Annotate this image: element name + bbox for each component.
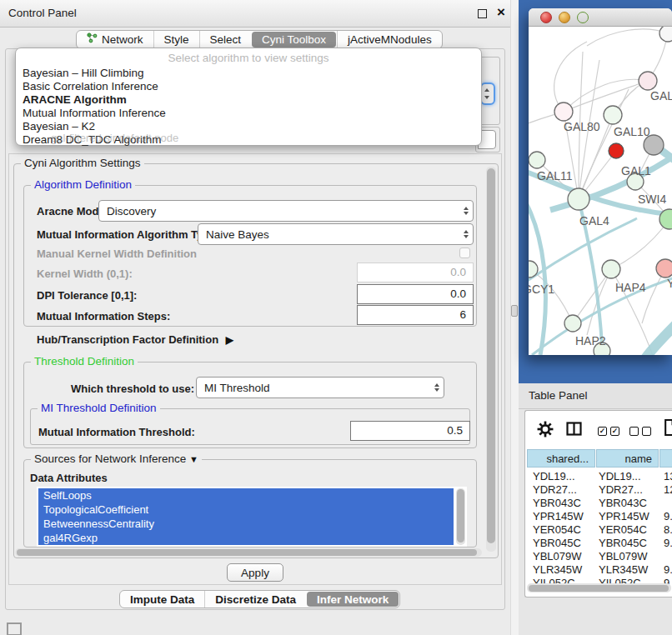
hub-tf-definition-toggle[interactable]: Hub/Transcription Factor Definition ▶ bbox=[37, 333, 229, 346]
select-all-checks-icon[interactable]: ✓ ✓ bbox=[598, 427, 619, 436]
expanded-arrow-icon: ▼ bbox=[189, 454, 198, 464]
close-icon[interactable]: × bbox=[497, 4, 505, 21]
table-row[interactable]: YBR043CYBR043C bbox=[525, 497, 672, 510]
tab-discretize-data[interactable]: Discretize Data bbox=[204, 591, 306, 608]
popup-item-selected[interactable]: ARACNE Algorithm bbox=[23, 93, 127, 106]
table-cell: YER054C bbox=[533, 523, 581, 536]
tab-network[interactable]: Network bbox=[77, 31, 153, 48]
network-node[interactable] bbox=[659, 27, 672, 42]
network-icon bbox=[87, 31, 98, 48]
table-row[interactable]: YBL079WYBL079W bbox=[525, 550, 672, 563]
table-row[interactable]: YLR345WYLR345W9. bbox=[525, 563, 672, 577]
new-table-icon[interactable] bbox=[664, 419, 672, 436]
kernel-width-field[interactable]: 0.0 bbox=[357, 262, 474, 282]
network-node-gal4[interactable] bbox=[568, 188, 589, 210]
manual-kernel-checkbox[interactable] bbox=[459, 248, 470, 258]
aracne-mode-combo[interactable]: Discovery bbox=[98, 200, 474, 222]
node-label: SWI4 bbox=[638, 192, 666, 206]
dpi-tolerance-field[interactable]: 0.0 bbox=[357, 284, 474, 304]
popup-item[interactable]: Basic Correlation Inference bbox=[23, 80, 158, 92]
table-row[interactable]: YBR045CYBR045C9. bbox=[525, 537, 672, 550]
mini-window-icon[interactable] bbox=[7, 622, 22, 635]
table-row[interactable]: YDL19...YDL19...13 bbox=[525, 470, 672, 483]
settings-vscrollbar[interactable] bbox=[486, 167, 496, 552]
node-label: GAL4 bbox=[579, 214, 609, 228]
node-label: HAP2 bbox=[575, 334, 606, 348]
table-header-shared[interactable]: shared... bbox=[527, 449, 595, 468]
apply-button[interactable]: Apply bbox=[227, 563, 283, 582]
node-label: GAL1 bbox=[621, 164, 651, 178]
network-node-gal10[interactable] bbox=[604, 106, 622, 124]
table-hscrollbar[interactable] bbox=[527, 583, 671, 592]
list-item[interactable]: gal4RGexp bbox=[38, 531, 454, 545]
network-canvas[interactable]: GAL GAL80 GAL10 GAL1 GAL11 SWI4 GAL4 GCY… bbox=[529, 27, 672, 355]
mi-threshold-definition-title: MI Threshold Definition bbox=[38, 402, 160, 414]
mi-type-combo[interactable]: Naive Bayes bbox=[198, 223, 474, 245]
show-columns-icon[interactable] bbox=[566, 422, 582, 436]
table-cell: 9. bbox=[664, 537, 672, 549]
table-card: ✓ ✓ shared... name YDL19...YDL19...13YDR… bbox=[524, 410, 672, 598]
tab-jactivemnodules-label: jActiveMNodules bbox=[348, 31, 432, 48]
splitter-handle-icon[interactable] bbox=[511, 305, 518, 317]
table-row[interactable]: YDR27...YDR27...12 bbox=[525, 483, 672, 497]
tab-infer-network[interactable]: Infer Network bbox=[307, 592, 399, 607]
deselect-all-checks-icon[interactable] bbox=[629, 427, 651, 436]
list-item[interactable]: TopologicalCoefficient bbox=[38, 502, 454, 517]
close-traffic-light-icon[interactable] bbox=[540, 12, 552, 23]
tab-cyni-toolbox[interactable]: Cyni Toolbox bbox=[252, 32, 336, 48]
tab-jactivemnodules[interactable]: jActiveMNodules bbox=[337, 31, 442, 48]
combo-spinner-icon bbox=[464, 207, 469, 215]
network-node[interactable] bbox=[639, 72, 657, 90]
table-cell: YDL19... bbox=[533, 470, 575, 482]
node-label: GAL10 bbox=[614, 125, 650, 138]
sources-title[interactable]: Sources for Network Inference ▼ bbox=[31, 452, 202, 465]
hub-tf-definition-label: Hub/Transcription Factor Definition bbox=[37, 333, 218, 346]
control-panel-tabs: Network Style Select Cyni Toolbox jActiv… bbox=[76, 30, 443, 49]
popup-item[interactable]: Bayesian – Hill Climbing bbox=[23, 67, 144, 79]
list-item[interactable]: SelfLoops bbox=[38, 488, 454, 502]
table-cell: 9. bbox=[664, 510, 672, 522]
node-label: HAP4 bbox=[615, 281, 646, 294]
algorithm-combo-spinner-fragment[interactable] bbox=[480, 82, 495, 105]
panel-splitter[interactable] bbox=[510, 0, 519, 635]
maximize-traffic-light-icon[interactable] bbox=[577, 12, 589, 23]
mi-threshold-field[interactable]: 0.5 bbox=[350, 421, 470, 441]
manual-kernel-label: Manual Kernel Width Definition bbox=[37, 248, 197, 260]
float-window-icon[interactable] bbox=[478, 9, 487, 18]
mi-threshold-label: Mutual Information Threshold: bbox=[38, 426, 195, 438]
network-node-gal80[interactable] bbox=[554, 102, 573, 121]
table-cell: YER054C bbox=[599, 523, 647, 536]
algorithm-definition-title: Algorithm Definition bbox=[31, 178, 135, 191]
tab-impute-data[interactable]: Impute Data bbox=[120, 591, 204, 608]
aracne-mode-value: Discovery bbox=[107, 205, 156, 218]
network-window-titlebar[interactable] bbox=[529, 8, 672, 27]
mi-steps-field[interactable]: 6 bbox=[357, 305, 474, 325]
table-row[interactable]: YPR145WYPR145W9. bbox=[525, 510, 672, 523]
network-node-gal11[interactable] bbox=[529, 152, 545, 168]
popup-item[interactable]: Mutual Information Inference bbox=[23, 107, 166, 119]
which-threshold-combo[interactable]: MI Threshold bbox=[196, 377, 444, 398]
network-node[interactable] bbox=[656, 259, 672, 278]
list-scrollbar[interactable] bbox=[456, 488, 465, 545]
minimize-traffic-light-icon[interactable] bbox=[559, 12, 570, 23]
data-attributes-label: Data Attributes bbox=[30, 472, 108, 484]
mi-type-value: Naive Bayes bbox=[206, 228, 269, 241]
tab-style[interactable]: Style bbox=[153, 31, 199, 48]
screen: Control Panel × Network Style Select Cyn… bbox=[0, 0, 672, 635]
table-header-name[interactable]: name bbox=[596, 449, 659, 468]
threshold-definition-title: Threshold Definition bbox=[31, 355, 138, 368]
list-item[interactable]: BetweennessCentrality bbox=[38, 517, 454, 531]
table-panel-titlebar: Table Panel bbox=[519, 383, 672, 409]
table-header-col3[interactable] bbox=[659, 449, 672, 468]
mi-steps-label: Mutual Information Steps: bbox=[37, 310, 170, 322]
network-window[interactable]: GAL GAL80 GAL10 GAL1 GAL11 SWI4 GAL4 GCY… bbox=[529, 8, 672, 355]
settings-hscrollbar[interactable] bbox=[15, 548, 482, 557]
combo-spinner-icon bbox=[464, 230, 469, 238]
network-node-hap4[interactable] bbox=[602, 260, 620, 278]
table-settings-gear-icon[interactable] bbox=[537, 421, 554, 438]
table-row[interactable]: YER054CYER054C8. bbox=[525, 523, 672, 537]
network-node-red[interactable] bbox=[609, 143, 624, 158]
popup-item[interactable]: Bayesian – K2 bbox=[23, 120, 95, 132]
network-node-hap2[interactable] bbox=[564, 315, 581, 332]
tab-select[interactable]: Select bbox=[199, 31, 252, 48]
